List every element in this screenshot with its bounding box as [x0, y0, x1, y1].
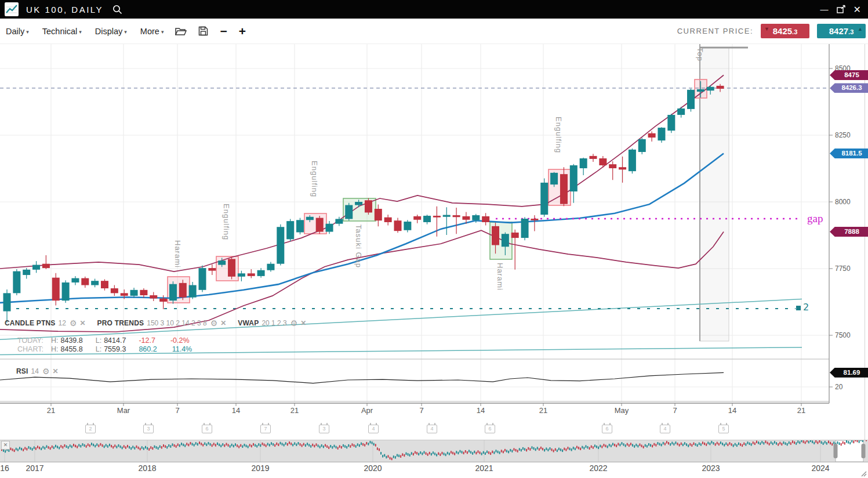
navigator-mini-candle [641, 444, 642, 447]
close-button[interactable]: ✕ [854, 4, 861, 15]
menu-timeframe[interactable]: Daily▾ [6, 27, 29, 36]
candle-body [462, 216, 470, 220]
navigator-mini-candle [95, 445, 96, 447]
navigator-mini-candle [413, 453, 414, 455]
candle-body [482, 216, 489, 222]
navigator-mini-candle [725, 443, 727, 445]
navigator-mini-candle [828, 441, 829, 443]
navigator-mini-candle [273, 443, 274, 446]
navigator-mini-candle [334, 445, 335, 447]
zoom-in-button[interactable]: + [239, 26, 246, 37]
remove-indicator-icon[interactable]: ✕ [300, 319, 306, 327]
navigator-mini-candle [855, 440, 856, 441]
navigator-mini-candle [785, 442, 786, 444]
navigator-mini-candle [408, 453, 409, 455]
navigator-mini-candle [457, 452, 459, 454]
navigator-mini-candle [397, 454, 398, 457]
navigator-mini-candle [702, 441, 703, 444]
date-axis-label: 14 [477, 406, 485, 415]
calendar-event-icon[interactable]: 4 [368, 425, 379, 433]
navigator-drag-handle[interactable] [834, 444, 838, 458]
navigator-mini-candle [650, 444, 651, 446]
minimize-button[interactable]: — [820, 5, 829, 14]
arrow-up-icon: ▲ [858, 26, 863, 32]
navigator-mini-candle [398, 455, 400, 457]
navigator-mini-candle [514, 448, 515, 450]
navigator-mini-candle [82, 443, 83, 446]
navigator-mini-candle [424, 451, 425, 454]
right-edge-divider [865, 44, 865, 440]
navigator-mini-candle [258, 443, 259, 446]
navigator-mini-candle [760, 443, 761, 445]
candle-body [101, 281, 108, 288]
remove-indicator-icon[interactable]: ✕ [79, 319, 85, 327]
navigator-mini-candle [332, 446, 333, 448]
chart-canvas[interactable]: CANDLE PTNS 12 ⚙ ✕ PRO TRENDS 150 3 10 2… [0, 44, 868, 440]
navigator-mini-candle [325, 444, 326, 447]
menu-technical[interactable]: Technical▾ [42, 27, 82, 36]
chart-graphics [0, 44, 868, 440]
navigator-mini-candle [823, 443, 824, 445]
menu-more[interactable]: More▾ [140, 27, 164, 36]
navigator-mini-candle [172, 443, 173, 446]
range-navigator[interactable]: ✕ [0, 440, 868, 462]
remove-indicator-icon[interactable]: ✕ [53, 367, 59, 375]
calendar-event-icon[interactable]: 6 [602, 425, 612, 433]
calendar-event-icon[interactable]: 2 [85, 425, 96, 433]
remove-indicator-icon[interactable]: ✕ [220, 319, 226, 327]
calendar-event-icon[interactable]: 6 [202, 425, 212, 433]
navigator-close-icon[interactable]: ✕ [1, 441, 10, 450]
calendar-event-icon[interactable]: 7 [260, 425, 271, 433]
open-folder-button[interactable] [175, 27, 187, 36]
navigator-mini-candle [707, 441, 709, 444]
navigator-mini-candle [851, 440, 852, 443]
navigator-mini-candle [578, 447, 579, 449]
today-change-pct: -0.2% [170, 336, 190, 345]
navigator-mini-candle [666, 441, 667, 443]
calendar-event-icon[interactable]: 6 [485, 425, 495, 433]
navigator-mini-candle [307, 443, 308, 445]
buy-price-button[interactable]: 8427.3 ▲ [817, 24, 866, 38]
navigator-year-label: 2023 [702, 463, 720, 473]
navigator-mini-candle [206, 443, 207, 446]
navigator-mini-candle [237, 444, 238, 447]
navigator-drag-handle[interactable] [862, 444, 866, 458]
search-icon[interactable] [112, 4, 122, 15]
navigator-mini-candle [524, 448, 525, 450]
calendar-event-icon[interactable]: 5 [718, 425, 729, 433]
calendar-event-icon[interactable]: 4 [660, 425, 670, 433]
navigator-mini-candle [348, 444, 349, 447]
gear-icon[interactable]: ⚙ [70, 318, 77, 328]
candle-body [375, 209, 382, 220]
candle-body [619, 167, 626, 169]
navigator-mini-candle [368, 443, 369, 445]
candle-body [62, 283, 70, 300]
sell-price-button[interactable]: ▼ 8425.3 [761, 24, 809, 38]
navigator-mini-candle [805, 441, 806, 444]
navigator-mini-candle [262, 443, 263, 445]
navigator-mini-candle [88, 443, 89, 446]
calendar-event-icon[interactable]: 3 [319, 425, 329, 433]
save-button[interactable] [198, 26, 208, 36]
calendar-event-icon[interactable]: 4 [427, 425, 437, 433]
resize-grip[interactable] [861, 471, 867, 477]
zoom-out-button[interactable]: − [220, 26, 227, 37]
navigator-mini-candle [655, 444, 656, 446]
gear-icon[interactable]: ⚙ [290, 318, 298, 328]
candle-body [345, 205, 353, 219]
navigator-mini-candle [776, 442, 777, 444]
popout-button[interactable] [836, 5, 846, 14]
menu-display[interactable]: Display▾ [95, 27, 127, 36]
gear-icon[interactable]: ⚙ [210, 318, 218, 328]
navigator-mini-candle [260, 444, 261, 447]
gear-icon[interactable]: ⚙ [42, 367, 50, 376]
navigator-mini-candle [635, 444, 637, 446]
navigator-mini-candle [3, 449, 4, 451]
navigator-mini-candle [16, 448, 17, 450]
navigator-mini-candle [537, 447, 538, 449]
navigator-mini-candle [616, 444, 617, 447]
navigator-mini-candle [709, 443, 710, 445]
calendar-event-icon[interactable]: 3 [143, 425, 154, 433]
candle-body [150, 295, 157, 299]
navigator-mini-candle [623, 443, 624, 446]
